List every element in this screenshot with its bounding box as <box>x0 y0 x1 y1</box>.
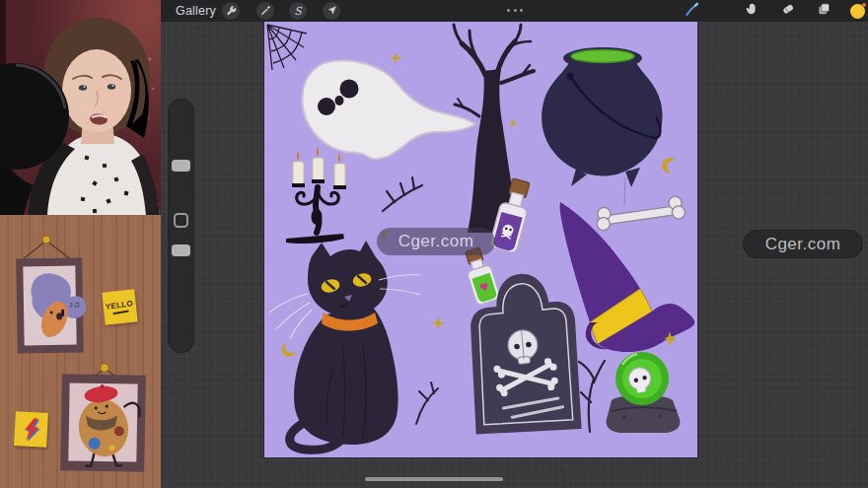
watermark-side: Cger.com <box>743 230 863 258</box>
layers-button[interactable] <box>813 1 834 21</box>
magic-wand-icon <box>260 2 271 20</box>
branch-small-1 <box>579 361 605 432</box>
sticky-note-lightning <box>14 411 48 448</box>
brush-sidebar[interactable] <box>168 99 194 353</box>
lightning-bolt-icon <box>20 416 42 443</box>
transform-arrow-icon <box>326 2 337 20</box>
canvas-options-button[interactable] <box>507 9 529 12</box>
erase-tool-button[interactable] <box>777 1 799 21</box>
ellipsis-icon <box>514 9 517 12</box>
wall-background: ♪♫ <box>0 215 161 488</box>
paintbrush-icon <box>685 2 699 21</box>
witch-hat <box>560 202 695 352</box>
opacity-slider-handle[interactable] <box>172 244 190 256</box>
watermark-on-canvas: Cger.com <box>377 228 495 255</box>
underline-swoosh <box>112 311 128 315</box>
branch-small-2 <box>416 383 438 424</box>
adjustments-button[interactable] <box>256 2 274 20</box>
drawing-canvas[interactable]: Cger.com <box>264 22 697 457</box>
actions-button[interactable] <box>222 2 240 20</box>
selection-s-icon: S <box>294 6 302 17</box>
webcam-overlay <box>0 0 161 215</box>
smudge-finger-icon <box>744 2 758 20</box>
music-notes: ♪♫ <box>69 299 80 309</box>
twig <box>383 177 422 211</box>
facecam-scene <box>0 0 161 215</box>
smudge-tool-button[interactable] <box>740 1 761 21</box>
bone <box>595 195 686 231</box>
cauldron <box>542 47 662 205</box>
sticky-note-yello: YELLO <box>102 289 137 324</box>
selection-button[interactable]: S <box>289 2 307 20</box>
ellipsis-icon <box>520 9 523 12</box>
home-indicator[interactable] <box>365 477 503 481</box>
modify-button[interactable] <box>174 213 188 228</box>
procreate-workspace: Gallery S <box>0 0 868 488</box>
wall-scene: ♪♫ <box>0 215 161 488</box>
crystal-ball <box>607 352 681 433</box>
framed-picture-painter <box>60 374 146 471</box>
sticky-note-text: YELLO <box>106 299 134 312</box>
color-swatch-icon <box>850 4 865 19</box>
color-button[interactable] <box>846 1 868 21</box>
layers-icon <box>817 2 831 20</box>
paint-tool-button[interactable] <box>681 1 702 21</box>
brush-size-slider-handle[interactable] <box>172 160 190 172</box>
gallery-button[interactable]: Gallery <box>176 0 216 22</box>
black-cat <box>269 241 420 450</box>
framed-picture-singer: ♪♫ <box>16 257 87 353</box>
ghost <box>302 60 475 159</box>
ellipsis-icon <box>507 9 510 12</box>
eraser-icon <box>781 2 795 20</box>
transform-button[interactable] <box>323 2 340 20</box>
candelabra <box>286 147 346 244</box>
wrench-icon <box>226 2 237 20</box>
spider-web <box>267 25 307 70</box>
